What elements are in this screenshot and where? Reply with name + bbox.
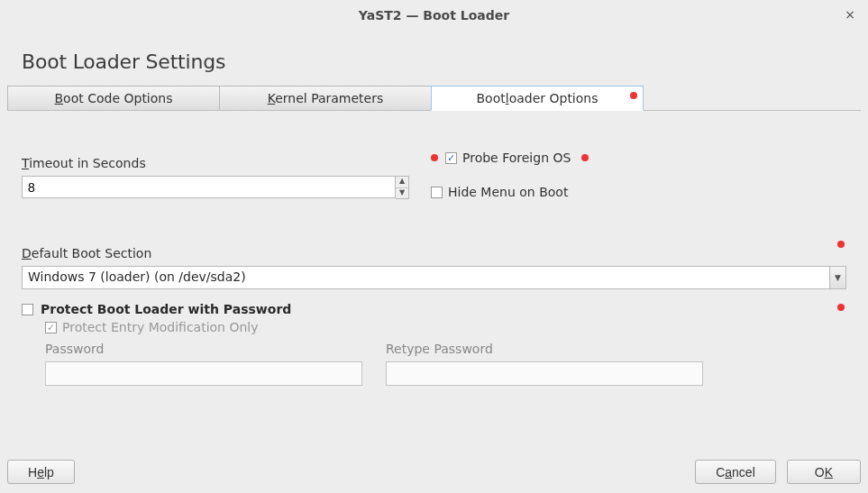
password-field[interactable] — [45, 361, 362, 386]
tab-bootloader-options[interactable]: Bootloader Options — [431, 86, 644, 111]
modified-indicator-icon — [630, 92, 637, 99]
protect-entry-modification-checkbox: Protect Entry Modification Only — [45, 320, 846, 334]
checkbox-icon — [45, 322, 57, 333]
ok-button[interactable]: OK — [787, 460, 861, 484]
checkbox-icon[interactable] — [445, 152, 457, 164]
close-icon[interactable]: × — [845, 7, 855, 22]
chevron-down-icon[interactable]: ▼ — [830, 266, 846, 289]
probe-foreign-os-checkbox[interactable]: Probe Foreign OS — [431, 151, 846, 165]
default-boot-label: Default Boot Section — [22, 246, 846, 260]
cancel-button[interactable]: Cancel — [695, 460, 776, 484]
tab-panel-bootloader-options: Timeout in Seconds ▲ ▼ Probe Foreign OS — [7, 110, 861, 400]
retype-password-label: Retype Password — [386, 342, 703, 356]
modified-indicator-icon — [581, 154, 589, 161]
modified-indicator-icon — [431, 154, 438, 161]
modified-indicator-icon — [837, 304, 845, 311]
default-boot-value: Windows 7 (loader) (on /dev/sda2) — [22, 266, 830, 289]
titlebar: YaST2 — Boot Loader × — [0, 0, 868, 31]
tab-kernel-parameters[interactable]: Kernel Parameters — [219, 86, 432, 111]
modified-indicator-icon — [837, 241, 845, 248]
password-label: Password — [45, 342, 362, 356]
hide-menu-checkbox[interactable]: Hide Menu on Boot — [431, 185, 846, 199]
checkbox-icon[interactable] — [22, 304, 33, 315]
tab-boot-code-options[interactable]: Boot Code Options — [7, 86, 220, 111]
retype-password-field[interactable] — [386, 361, 703, 386]
dialog-footer: Help Cancel OK — [7, 460, 861, 484]
page-title: Boot Loader Settings — [22, 50, 861, 73]
default-boot-select[interactable]: Windows 7 (loader) (on /dev/sda2) ▼ — [22, 266, 846, 289]
spinner-down-icon[interactable]: ▼ — [396, 187, 408, 198]
timeout-input[interactable] — [22, 176, 396, 198]
tabs: Boot Code Options Kernel Parameters Boot… — [7, 86, 861, 111]
window-title: YaST2 — Boot Loader — [359, 8, 509, 23]
default-boot-section: Default Boot Section Windows 7 (loader) … — [22, 246, 846, 289]
spinner-up-icon[interactable]: ▲ — [396, 177, 408, 187]
checkbox-icon[interactable] — [431, 187, 443, 198]
timeout-spinner[interactable]: ▲ ▼ — [22, 176, 409, 199]
timeout-label: Timeout in Seconds — [22, 156, 409, 170]
protect-password-checkbox[interactable]: Protect Boot Loader with Password — [22, 302, 846, 316]
help-button[interactable]: Help — [7, 460, 75, 484]
